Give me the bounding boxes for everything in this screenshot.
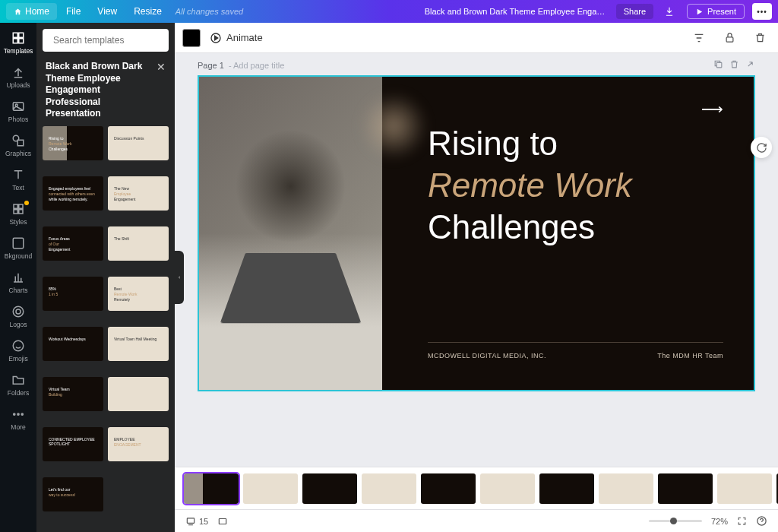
- svg-rect-9: [19, 204, 23, 208]
- rail-folders[interactable]: Folders: [0, 368, 36, 402]
- lock-button[interactable]: [719, 27, 740, 49]
- template-thumb[interactable]: BestRemote WorkRemotely: [108, 277, 169, 311]
- rail-emojis[interactable]: Emojis: [0, 334, 36, 368]
- fullscreen-icon: [737, 516, 747, 526]
- slide-image: [199, 77, 382, 390]
- svg-rect-21: [726, 37, 733, 42]
- template-thumb[interactable]: Focus Areasof OurEngagement: [43, 226, 103, 261]
- delete-page-button[interactable]: [729, 59, 739, 71]
- svg-rect-3: [19, 39, 24, 43]
- svg-point-18: [21, 413, 23, 415]
- rail-styles[interactable]: Styles: [0, 197, 36, 231]
- rail-graphics[interactable]: Graphics: [0, 128, 36, 163]
- home-button[interactable]: Home: [6, 3, 57, 20]
- folders-icon: [11, 373, 25, 387]
- zoom-slider[interactable]: [649, 520, 702, 522]
- trash-icon: [729, 59, 739, 69]
- template-thumb[interactable]: Rising toRemote WorkChallenges: [43, 126, 103, 160]
- page-thumb[interactable]: [421, 473, 476, 504]
- refresh-icon: [756, 142, 767, 154]
- template-thumb[interactable]: Virtual TeamBuilding: [43, 377, 103, 411]
- comment-fab[interactable]: [751, 137, 772, 158]
- pages-button[interactable]: 15: [185, 516, 208, 527]
- emojis-icon: [11, 339, 25, 353]
- template-thumbs: Rising toRemote WorkChallengesDiscussion…: [36, 126, 175, 532]
- present-button[interactable]: Present: [687, 4, 745, 19]
- page-thumb[interactable]: [302, 473, 357, 504]
- rail-logos[interactable]: Logos: [0, 299, 36, 334]
- left-rail: TemplatesUploadsPhotosGraphicsTextStyles…: [0, 23, 36, 532]
- duplicate-page-button[interactable]: [713, 59, 723, 71]
- zoom-value: 72%: [711, 517, 728, 526]
- rail-charts[interactable]: Charts: [0, 265, 36, 299]
- template-thumb[interactable]: The NewEmployeeEngagement: [108, 176, 169, 211]
- svg-rect-11: [19, 210, 23, 214]
- template-thumb[interactable]: Workout Wednesdays: [43, 327, 103, 361]
- page-more-button[interactable]: [745, 59, 755, 71]
- page-thumb[interactable]: [184, 473, 239, 504]
- svg-point-16: [14, 413, 15, 415]
- slide-canvas[interactable]: ⟶ Rising to Remote Work Challenges MCDOW…: [198, 75, 755, 391]
- template-thumb[interactable]: Virtual Town Hall Meeting: [108, 327, 169, 361]
- photos-icon: [11, 100, 25, 113]
- file-menu[interactable]: File: [59, 3, 88, 20]
- animate-button[interactable]: Animate: [210, 32, 263, 44]
- more-button[interactable]: •••: [752, 3, 772, 20]
- template-thumb[interactable]: Engaged employees feelconnected with oth…: [43, 176, 103, 211]
- svg-point-15: [13, 340, 24, 351]
- add-page-title[interactable]: - Add page title: [229, 61, 284, 70]
- view-menu[interactable]: View: [90, 3, 125, 20]
- templates-panel: Black and Brown Dark Theme Employee Enga…: [36, 23, 175, 532]
- search-box[interactable]: [43, 29, 169, 52]
- search-input[interactable]: [53, 35, 167, 46]
- page-thumb[interactable]: [539, 473, 594, 504]
- context-toolbar: Animate: [175, 23, 778, 53]
- notes-button[interactable]: [217, 516, 228, 527]
- templates-icon: [11, 31, 25, 45]
- status-bar: 15 72%: [175, 509, 778, 532]
- fullscreen-button[interactable]: [737, 516, 747, 526]
- bkground-icon: [11, 236, 25, 250]
- page-number: Page 1: [198, 61, 224, 70]
- rail-bkground[interactable]: Bkground: [0, 231, 36, 265]
- background-color-swatch[interactable]: [182, 29, 201, 47]
- resize-menu[interactable]: Resize: [126, 3, 169, 20]
- template-thumb[interactable]: Let's find ourway to success!: [43, 477, 103, 511]
- slide-footer: MCDOWELL DIGITAL MEDIA, INC. The MDM HR …: [428, 342, 723, 359]
- page-thumb[interactable]: [599, 473, 653, 504]
- page-thumb[interactable]: [362, 473, 416, 504]
- rail-photos[interactable]: Photos: [0, 94, 36, 128]
- rail-templates[interactable]: Templates: [0, 26, 36, 60]
- close-panel-button[interactable]: ✕: [157, 61, 166, 73]
- template-thumb[interactable]: EMPLOYEEENGAGEMENT: [108, 427, 169, 461]
- svg-rect-7: [17, 140, 24, 146]
- page-thumb[interactable]: [658, 473, 713, 504]
- lock-icon: [724, 32, 735, 43]
- notes-icon: [217, 516, 228, 527]
- play-icon: [695, 8, 704, 16]
- slide-heading: Rising to Remote Work Challenges: [428, 122, 723, 248]
- svg-point-17: [17, 413, 19, 415]
- template-thumb[interactable]: 85%1 in 5: [43, 277, 103, 311]
- filter-button[interactable]: [688, 27, 710, 49]
- template-thumb[interactable]: Discussion Points: [108, 126, 169, 160]
- rail-text[interactable]: Text: [0, 163, 36, 197]
- rail-more[interactable]: More: [0, 402, 36, 436]
- rail-uploads[interactable]: Uploads: [0, 60, 36, 94]
- template-thumb[interactable]: CONNECTED EMPLOYEE SPOTLIGHT: [43, 427, 103, 461]
- help-button[interactable]: [756, 515, 767, 527]
- graphics-icon: [11, 134, 25, 147]
- trash-icon: [754, 32, 766, 43]
- document-title[interactable]: Black and Brown Dark Theme Employee Enga…: [425, 7, 607, 16]
- template-thumb[interactable]: [108, 377, 169, 411]
- canvas-area: Page 1 - Add page title ⟶ Rising to: [175, 53, 778, 467]
- page-thumb[interactable]: [480, 473, 535, 504]
- delete-button[interactable]: [749, 27, 770, 49]
- share-button[interactable]: Share: [616, 4, 653, 19]
- page-thumb[interactable]: [717, 473, 772, 504]
- template-thumb[interactable]: The Shift: [108, 226, 169, 261]
- download-button[interactable]: [659, 3, 679, 20]
- page-thumb[interactable]: [243, 473, 298, 504]
- download-icon: [664, 6, 675, 17]
- collapse-panel-button[interactable]: [175, 251, 184, 304]
